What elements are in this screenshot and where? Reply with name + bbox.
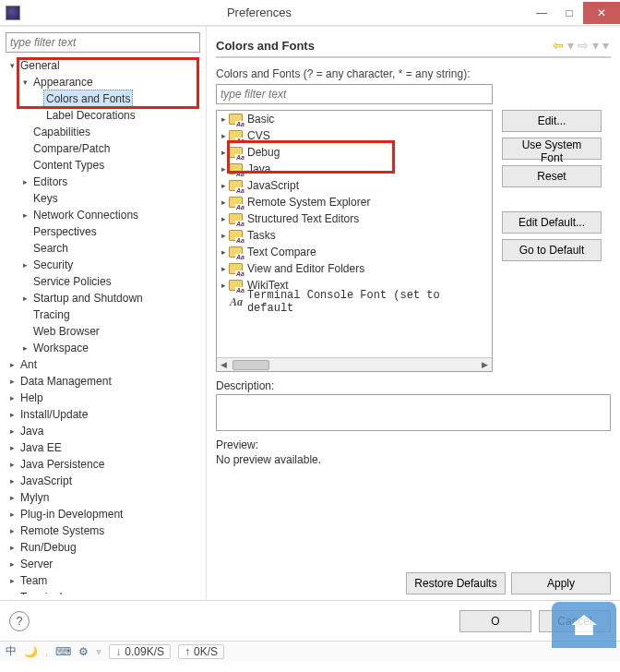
restore-defaults-button[interactable]: Restore Defaults (406, 572, 506, 594)
use-system-font-button[interactable]: Use System Font (502, 138, 602, 160)
tree-item-label[interactable]: Ant (18, 356, 40, 373)
expand-icon[interactable]: ▸ (7, 572, 18, 589)
cf-tree-item[interactable]: ▸Structured Text Editors (217, 210, 492, 227)
tree-item[interactable]: Capabilities (20, 124, 200, 140)
back-icon[interactable]: ⇦ (553, 38, 564, 53)
tree-item-label[interactable]: Search (30, 240, 71, 257)
tree-item[interactable]: ▸Ant (7, 356, 200, 373)
cf-tree-item[interactable]: ▸Debug (217, 144, 492, 161)
expand-icon[interactable]: ▸ (219, 281, 229, 290)
tree-item-label[interactable]: Network Connections (30, 207, 141, 223)
preferences-tree[interactable]: ▾General▾AppearanceColors and FontsLabel… (6, 57, 200, 594)
tree-item[interactable]: ▸Java (7, 423, 200, 439)
tree-item[interactable]: Colors and Fonts (33, 90, 200, 107)
tree-item-label[interactable]: Java (18, 423, 46, 439)
expand-icon[interactable]: ▸ (20, 290, 30, 306)
expand-icon[interactable]: ▸ (219, 214, 229, 223)
tree-item[interactable]: ▸Data Management (7, 373, 200, 390)
expand-icon[interactable]: ▸ (219, 131, 229, 140)
tree-item-label[interactable]: Compare/Patch (30, 140, 113, 157)
cf-tree-item[interactable]: AaTerminal Console Font (set to default (217, 294, 492, 310)
tree-item-label[interactable]: Team (18, 572, 50, 589)
tree-item-label[interactable]: Keys (30, 190, 61, 207)
left-filter-input[interactable] (6, 32, 200, 53)
expand-icon[interactable]: ▸ (7, 456, 18, 473)
tree-item-label[interactable]: Appearance (30, 74, 96, 90)
cf-tree-item[interactable]: ▸Java (217, 161, 492, 177)
ime-indicator[interactable]: 中 (6, 643, 17, 659)
expand-icon[interactable]: ▸ (7, 356, 18, 373)
back-menu-icon[interactable]: ▾ (567, 38, 574, 53)
tree-item[interactable]: ▸JavaScript (7, 473, 200, 489)
expand-icon[interactable]: ▸ (7, 423, 18, 439)
tree-item[interactable]: Content Types (20, 157, 200, 174)
tree-item[interactable]: Compare/Patch (20, 140, 200, 157)
tree-item[interactable]: ▸Startup and Shutdown (20, 290, 200, 306)
tree-item-label[interactable]: Perspectives (30, 223, 100, 240)
menu-icon[interactable]: ▾ (602, 38, 609, 53)
scroll-thumb[interactable] (232, 360, 269, 370)
help-button[interactable]: ? (9, 611, 30, 631)
edit-default-button[interactable]: Edit Default... (502, 211, 602, 234)
expand-icon[interactable]: ▸ (7, 373, 18, 390)
expand-icon[interactable]: ▸ (219, 148, 229, 157)
tree-item[interactable]: ▸Run/Debug (7, 539, 200, 556)
expand-icon[interactable]: ▸ (20, 340, 30, 356)
tree-item-label[interactable]: Plug-in Development (18, 506, 125, 522)
cf-tree-item[interactable]: ▸Remote System Explorer (217, 194, 492, 210)
forward-icon[interactable]: ⇨ (578, 38, 589, 53)
tree-item-label[interactable]: JavaScript (18, 473, 75, 489)
tree-item[interactable]: Terminal (7, 589, 200, 594)
tree-item-label[interactable]: Label Decorations (43, 107, 138, 124)
tree-item[interactable]: Service Policies (20, 273, 200, 290)
expand-icon[interactable]: ▸ (20, 174, 30, 190)
tree-item-label[interactable]: Remote Systems (18, 522, 107, 539)
expand-icon[interactable]: ▸ (7, 489, 18, 506)
tree-item-label[interactable]: Capabilities (30, 124, 93, 140)
tree-item[interactable]: ▸Workspace (20, 340, 200, 356)
tree-item[interactable]: ▸Plug-in Development (7, 506, 200, 522)
tree-item-label[interactable]: Java EE (18, 439, 65, 456)
expand-icon[interactable]: ▸ (219, 231, 229, 240)
scroll-left-icon[interactable]: ◀ (217, 360, 231, 369)
expand-icon[interactable]: ▸ (219, 181, 229, 190)
tree-item[interactable]: ▸Server (7, 556, 200, 572)
tree-item-label[interactable]: Web Browser (30, 323, 102, 340)
cf-tree-item[interactable]: ▸View and Editor Folders (217, 260, 492, 277)
forward-menu-icon[interactable]: ▾ (592, 38, 599, 53)
tree-item[interactable]: Tracing (20, 306, 200, 323)
expand-icon[interactable]: ▸ (20, 207, 30, 223)
expand-icon[interactable]: ▸ (219, 264, 229, 273)
expand-icon[interactable]: ▸ (7, 556, 18, 572)
tree-item-label[interactable]: Mylyn (18, 489, 52, 506)
tree-item[interactable]: ▸Help (7, 390, 200, 406)
expand-icon[interactable]: ▸ (219, 164, 229, 174)
tree-item-label[interactable]: Colors and Fonts (43, 90, 133, 108)
reset-button[interactable]: Reset (502, 165, 602, 187)
tree-item[interactable]: Keys (20, 190, 200, 207)
cf-tree-item[interactable]: ▸Text Compare (217, 244, 492, 260)
tree-item-label[interactable]: Tracing (30, 306, 73, 323)
go-to-default-button[interactable]: Go to Default (502, 239, 602, 261)
moon-icon[interactable]: 🌙 (24, 645, 38, 658)
tree-item[interactable]: ▸Network Connections (20, 207, 200, 223)
close-button[interactable]: ✕ (583, 2, 620, 24)
tree-item[interactable]: Label Decorations (33, 107, 200, 124)
tree-item-label[interactable]: Server (18, 556, 55, 572)
settings-icon[interactable]: ⚙ (78, 645, 89, 658)
edit-button[interactable]: Edit... (502, 110, 602, 132)
expand-icon[interactable]: ▸ (7, 439, 18, 456)
expand-icon[interactable]: ▸ (20, 257, 30, 273)
apply-button[interactable]: Apply (511, 572, 611, 594)
tree-item[interactable]: ▸Team (7, 572, 200, 589)
tree-item-label[interactable]: Editors (30, 174, 70, 190)
expand-icon[interactable]: ▸ (7, 390, 18, 406)
keyboard-icon[interactable]: ⌨ (55, 645, 71, 658)
tree-item[interactable]: ▸Security (20, 257, 200, 273)
minimize-button[interactable]: — (528, 2, 555, 24)
ok-button[interactable]: O (459, 610, 531, 632)
tree-item-label[interactable]: Help (18, 390, 46, 406)
cf-tree-item[interactable]: ▸CVS (217, 127, 492, 144)
cf-tree-item[interactable]: ▸JavaScript (217, 177, 492, 194)
tree-item[interactable]: Search (20, 240, 200, 257)
